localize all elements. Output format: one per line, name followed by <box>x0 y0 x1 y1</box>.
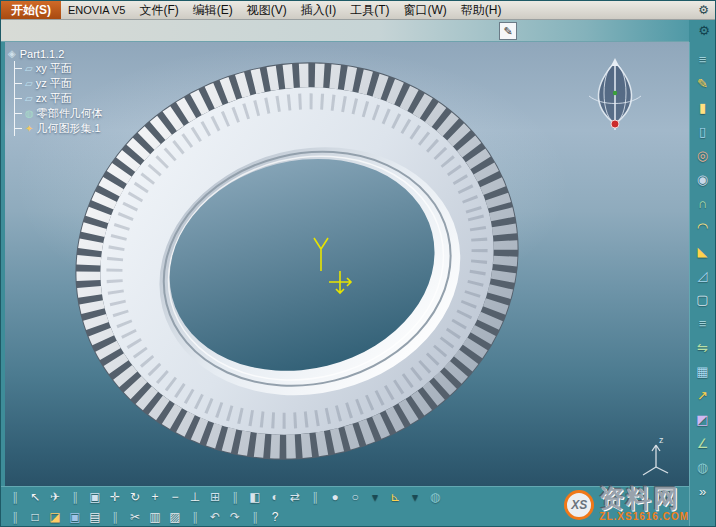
tree-branch-line <box>15 68 22 69</box>
measure-dropdown-icon[interactable]: ▾ <box>406 488 424 506</box>
tree-item-icon: ▱ <box>25 94 33 104</box>
draft-icon[interactable]: ◿ <box>693 265 713 285</box>
toolbar-handle[interactable]: ∥ <box>6 488 24 506</box>
select-icon[interactable]: ↖ <box>26 488 44 506</box>
rotate-icon[interactable]: ↻ <box>126 488 144 506</box>
measure-icon[interactable]: ∠ <box>693 433 713 453</box>
viewport-3d[interactable]: z ◈ Part1.1.2 ▱ xy 平面 ▱ <box>5 42 689 486</box>
pattern-icon[interactable]: ▦ <box>693 361 713 381</box>
sphere-icon[interactable]: ◍ <box>693 457 713 477</box>
toolbar-gear-icon[interactable]: ⚙ <box>698 23 710 38</box>
toolbar-handle[interactable]: ∥ <box>226 488 244 506</box>
menu-enovia[interactable]: ENOVIA V5 <box>61 1 132 19</box>
menu-tools[interactable]: 工具(T) <box>343 1 396 19</box>
new-document-icon[interactable]: □ <box>26 508 44 526</box>
toolbar-handle[interactable]: ∥ <box>6 508 24 526</box>
gear-3d-model[interactable] <box>49 42 546 486</box>
zoom-out-icon[interactable]: − <box>166 488 184 506</box>
toolbar-handle[interactable]: ≡ <box>693 313 713 333</box>
normal-view-icon[interactable]: ⊥ <box>186 488 204 506</box>
more-toolbars-icon[interactable]: » <box>693 481 713 501</box>
tree-item-partbody[interactable]: ◍ 零部件几何体 <box>15 106 103 121</box>
watermark-logo: XS <box>564 490 594 520</box>
zoom-in-icon[interactable]: + <box>146 488 164 506</box>
menubar: 开始(S) ENOVIA V5 文件(F) 编辑(E) 视图(V) 插入(I) … <box>1 1 715 20</box>
tree-branch-line <box>15 128 22 129</box>
toolbar-handle[interactable]: ∥ <box>66 488 84 506</box>
toolbar-handle[interactable]: ∥ <box>186 508 204 526</box>
tree-branch-line <box>15 98 22 99</box>
menu-items: 文件(F) 编辑(E) 视图(V) 插入(I) 工具(T) 窗口(W) 帮助(H… <box>132 1 508 19</box>
toolbar-handle[interactable]: ∥ <box>106 508 124 526</box>
shaft-icon[interactable]: ◎ <box>693 145 713 165</box>
tree-item-icon: ▱ <box>25 79 33 89</box>
paste-icon[interactable]: ▨ <box>166 508 184 526</box>
translate-icon[interactable]: ↗ <box>693 385 713 405</box>
hide-show-icon[interactable]: ◐ <box>266 488 284 506</box>
print-icon[interactable]: ▤ <box>86 508 104 526</box>
view-mode-dropdown-icon[interactable]: ▾ <box>366 488 384 506</box>
tree-item-icon: ▱ <box>25 64 33 74</box>
apply-material-icon[interactable]: ◩ <box>693 409 713 429</box>
pan-icon[interactable]: ✛ <box>106 488 124 506</box>
corner-axis-label: z <box>659 435 664 445</box>
menu-insert[interactable]: 插入(I) <box>294 1 343 19</box>
top-toolbar: ✎ <box>1 20 689 42</box>
tree-item-label: xy 平面 <box>36 61 72 76</box>
wireframe-icon[interactable]: ○ <box>346 488 364 506</box>
cut-icon[interactable]: ✂ <box>126 508 144 526</box>
menu-window[interactable]: 窗口(W) <box>396 1 453 19</box>
view-compass[interactable] <box>583 58 647 138</box>
redo-icon[interactable]: ↷ <box>226 508 244 526</box>
fillet-icon[interactable]: ◠ <box>693 217 713 237</box>
pad-icon[interactable]: ▮ <box>693 97 713 117</box>
tree-item-zx-plane[interactable]: ▱ zx 平面 <box>15 91 103 106</box>
multi-view-icon[interactable]: ⊞ <box>206 488 224 506</box>
copy-icon[interactable]: ▥ <box>146 508 164 526</box>
tree-item-yz-plane[interactable]: ▱ yz 平面 <box>15 76 103 91</box>
swap-space-icon[interactable]: ⇄ <box>286 488 304 506</box>
tree-children: ▱ xy 平面 ▱ yz 平面 ▱ zx 平面 <box>14 61 103 136</box>
settings-gear-icon[interactable]: ⚙ <box>692 1 715 19</box>
start-menu-button[interactable]: 开始(S) <box>1 1 61 19</box>
specification-tree: ◈ Part1.1.2 ▱ xy 平面 ▱ yz 平面 <box>8 46 103 136</box>
shading-icon[interactable]: ● <box>326 488 344 506</box>
watermark-site-name: 资料网 <box>599 486 689 511</box>
quick-hide-show-icon[interactable]: ◧ <box>246 488 264 506</box>
pocket-icon[interactable]: ▯ <box>693 121 713 141</box>
sketch-tool-icon[interactable]: ✎ <box>499 22 517 40</box>
open-icon[interactable]: ◪ <box>46 508 64 526</box>
menu-view[interactable]: 视图(V) <box>240 1 294 19</box>
help-icon[interactable]: ? <box>266 508 284 526</box>
toolbar-handle[interactable]: ∥ <box>246 508 264 526</box>
tree-root-node[interactable]: ◈ Part1.1.2 <box>8 46 103 61</box>
tree-item-icon: ✦ <box>25 124 33 134</box>
tree-item-label: 零部件几何体 <box>37 106 103 121</box>
menu-file[interactable]: 文件(F) <box>132 1 185 19</box>
menu-help[interactable]: 帮助(H) <box>454 1 509 19</box>
menu-edit[interactable]: 编辑(E) <box>186 1 240 19</box>
tree-item-xy-plane[interactable]: ▱ xy 平面 <box>15 61 103 76</box>
tree-item-label: yz 平面 <box>36 76 72 91</box>
corner-axis-icon <box>643 445 668 475</box>
tree-branch-line <box>15 113 22 114</box>
shell-icon[interactable]: ▢ <box>693 289 713 309</box>
toolbar-handle[interactable]: ≡ <box>693 49 713 69</box>
rib-icon[interactable]: ∩ <box>693 193 713 213</box>
measure-tool-icon[interactable]: ⊾ <box>386 488 404 506</box>
globe-view-icon[interactable]: ◍ <box>426 488 444 506</box>
tree-item-geoset[interactable]: ✦ 几何图形集.1 <box>15 121 103 136</box>
fly-mode-icon[interactable]: ✈ <box>46 488 64 506</box>
part-icon: ◈ <box>8 49 16 59</box>
fit-all-icon[interactable]: ▣ <box>86 488 104 506</box>
sketcher-icon[interactable]: ✎ <box>693 73 713 93</box>
toolbar-handle[interactable]: ∥ <box>306 488 324 506</box>
tree-branch-line <box>15 83 22 84</box>
watermark-text: 资料网 ZL.XS1616.COM <box>599 486 689 523</box>
watermark-site-url: ZL.XS1616.COM <box>599 511 689 523</box>
undo-icon[interactable]: ↶ <box>206 508 224 526</box>
chamfer-icon[interactable]: ◣ <box>693 241 713 261</box>
save-icon[interactable]: ▣ <box>66 508 84 526</box>
hole-icon[interactable]: ◉ <box>693 169 713 189</box>
mirror-icon[interactable]: ⇋ <box>693 337 713 357</box>
